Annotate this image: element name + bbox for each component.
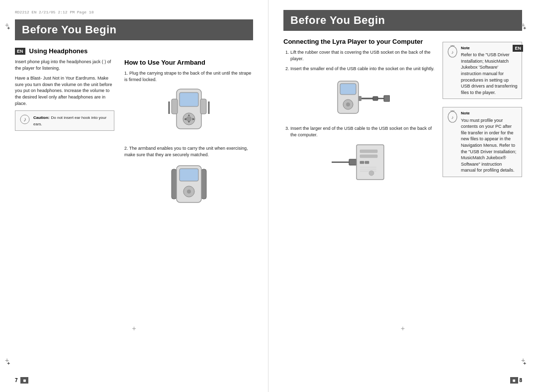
svg-point-19 [187,190,191,194]
right-page-content: Connecting the Lyra Player to your Compu… [283,38,522,186]
note-1-text: Refer to the "USB Driver Installation; M… [461,52,518,95]
armband-column: How to Use Your Armband 1. Plug the carr… [124,59,253,210]
page-num-square-left: ■ [20,377,28,384]
svg-text:▼: ▼ [187,120,190,123]
headphones-section-header: EN Using Headphones [15,47,253,55]
svg-rect-24 [358,96,361,101]
caution-icon: ♪ [19,114,30,125]
crosshair-top-right: + [523,25,530,32]
connect-title-text: Connecting the Lyra Player to your Compu… [283,38,423,45]
step-2: Insert the smaller end of the USB cable … [290,66,435,72]
usb-connect-svg [335,76,390,121]
svg-point-23 [346,102,350,106]
device-image-2 [124,162,253,207]
step-3: Insert the larger end of the USB cable t… [290,125,435,138]
computer-usb-svg [329,142,389,182]
svg-rect-30 [349,159,357,165]
page-number-right: ■ 8 [510,378,522,383]
svg-text:▶: ▶ [192,117,194,120]
crosshair-center-left: + [132,324,136,332]
crosshair-bottom-right: + [523,360,530,367]
title-banner-right: Before You Begin [283,10,522,31]
armband-step2: 2. The armband enables you to carry the … [124,145,253,158]
svg-text:♪: ♪ [451,50,454,55]
title-banner-left: Before You Begin [15,19,253,40]
svg-rect-10 [172,99,178,114]
svg-rect-15 [201,169,206,199]
lyra-armband-svg [169,162,209,206]
note-1-content: Note Refer to the "USB Driver Installati… [461,45,518,96]
connect-title: Connecting the Lyra Player to your Compu… [283,38,435,45]
svg-rect-17 [179,169,198,181]
headphones-title: Using Headphones [29,47,88,55]
caution-box: ♪ Caution: Do not insert ear hook into y… [15,110,114,130]
svg-rect-33 [360,155,377,158]
armband-step1: 1. Plug the carrying strape to the back … [124,70,253,83]
crosshair-bottom-left: + [7,360,14,367]
headphones-column: Insert phone plug into the headphones ja… [15,59,114,210]
note-1-label: Note [461,45,518,51]
svg-rect-21 [340,84,356,95]
page-number-left: 7 ■ [15,378,28,383]
caution-label: Caution: [33,115,49,120]
en-badge-right: EN [513,45,523,52]
right-page: + + EN Before You Begin Connecting the L… [268,0,537,392]
caution-content: Caution: Do not insert ear hook into you… [33,114,110,127]
armband-title: How to Use Your Armband [124,59,253,66]
note-icon-1: ♪ [447,45,458,58]
svg-rect-26 [373,97,378,100]
svg-rect-11 [200,99,206,114]
crosshair-center-right: + [401,324,405,332]
svg-rect-32 [360,150,377,153]
notes-column: ♪ Note Refer to the "USB Driver Installa… [443,38,522,186]
svg-rect-14 [172,169,177,199]
device-image-1: ▲ ▼ ◀ ▶ [124,87,253,142]
step-1: Lift the rubber cover that is covering t… [290,49,435,62]
lyra-player-svg: ▲ ▼ ◀ ▶ [167,87,211,141]
headphones-para2: Have a Blast- Just Not in Your Eardrums.… [15,75,114,106]
page-num-square-right: ■ [510,377,518,384]
svg-rect-28 [384,96,390,101]
steps-list: Lift the rubber cover that is covering t… [283,49,435,138]
svg-text:♪: ♪ [451,115,454,120]
header-info-left: RD2212 EN 2/21/05 2:12 PM Page 18 [15,10,253,14]
svg-rect-34 [360,161,364,164]
note-box-2: ♪ Note You must profile your contents on… [443,107,522,177]
headphones-para1: Insert phone plug into the headphones ja… [15,59,114,71]
svg-text:◀: ◀ [183,117,186,120]
svg-text:♪: ♪ [23,116,26,123]
svg-text:▲: ▲ [187,113,190,116]
note-2-content: Note You must profile your contents on y… [461,110,518,174]
crosshair-top-left: + [7,25,14,32]
usb-player-image [290,76,435,123]
connect-steps-column: Connecting the Lyra Player to your Compu… [283,38,435,186]
en-badge-left: EN [15,48,25,55]
left-page: + + RD2212 EN 2/21/05 2:12 PM Page 18 Be… [0,0,268,392]
svg-rect-3 [179,93,198,106]
note-2-text: You must profile your contents on your P… [461,118,516,173]
note-box-1: ♪ Note Refer to the "USB Driver Installa… [443,42,522,99]
left-page-content: Insert phone plug into the headphones ja… [15,59,253,210]
svg-point-36 [369,171,374,176]
svg-rect-35 [365,161,369,164]
note-2-label: Note [461,110,518,116]
note-icon-2: ♪ [447,110,458,123]
computer-usb-image [283,142,435,183]
